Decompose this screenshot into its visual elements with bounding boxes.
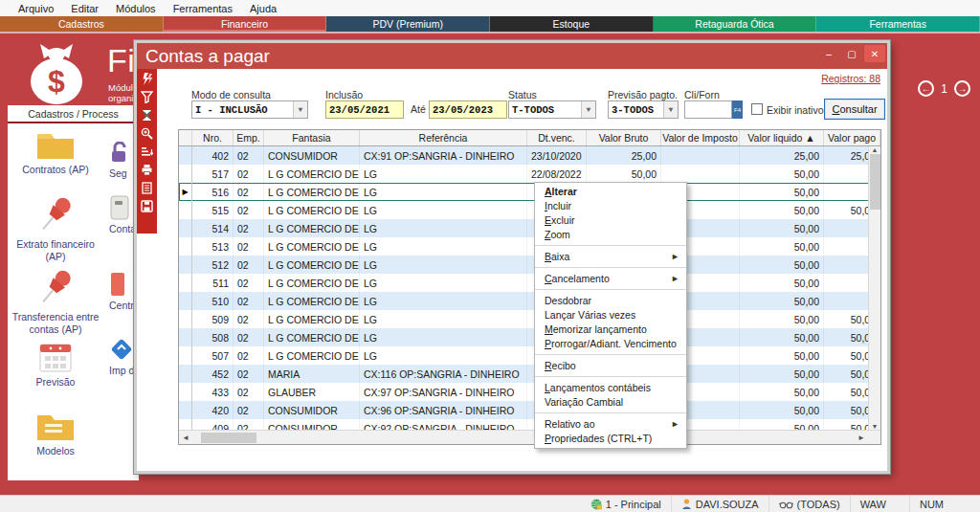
scroll-down-icon[interactable]: ▼ — [872, 423, 879, 430]
pager-prev-button[interactable]: ← — [918, 80, 934, 97]
cell-nro: 402 — [192, 146, 234, 165]
sidebar-item-contratos[interactable]: Contratos (AP) — [8, 128, 103, 176]
table-row[interactable]: 517 02 L G COMERCIO DE LENT LG 22/08/202… — [179, 165, 880, 183]
exibir-inativos-checkbox[interactable] — [751, 103, 763, 115]
table-row[interactable]: 515 02 L G COMERCIO DE LENT LG 50,00 50,… — [179, 201, 880, 219]
pager-next-button[interactable]: → — [954, 80, 970, 97]
hourglass-icon[interactable] — [141, 109, 153, 122]
vertical-scrollbar[interactable]: ▲ ▼ — [868, 146, 880, 430]
previsao-pagto-select[interactable]: 3-TODOS ▼ — [608, 100, 679, 119]
sidebar-item-modelos[interactable]: Modelos — [8, 410, 103, 457]
vscroll-thumb[interactable] — [870, 154, 880, 210]
cell-fantasia: CONSUMIDOR — [264, 146, 360, 165]
context-menu-item[interactable]: Relativo ao ► — [535, 417, 686, 432]
cell-referencia: LG — [360, 292, 527, 310]
accounts-payable-grid: Nro.Emp.FantasiaReferênciaDt.venc.Valor … — [178, 129, 881, 445]
context-menu-item[interactable]: Lançar Várias vezes ► — [535, 308, 686, 323]
modo-consulta-select[interactable]: I - INCLUSÃO ▼ — [191, 100, 308, 119]
grid-column-header[interactable]: Valor pago — [824, 130, 880, 145]
module-tab[interactable]: Estoque — [490, 16, 654, 32]
inclusao-from-field[interactable]: 23/05/2021 — [325, 100, 404, 119]
submenu-arrow-icon: ► — [671, 250, 679, 264]
context-menu-item[interactable]: Baixa ► — [535, 250, 686, 268]
sidebar-tab-header[interactable]: Cadastros / Process — [8, 105, 139, 123]
context-menu-item[interactable]: Desdobrar ► — [535, 294, 686, 308]
table-row[interactable]: 452 02 MARIA CX:116 OP:SANGRIA - DINHEIR… — [179, 365, 880, 383]
cli-forn-input[interactable] — [684, 100, 732, 119]
context-menu-item[interactable]: Lançamentos contábeis ► — [535, 381, 686, 395]
menubar-item[interactable]: Arquivo — [10, 3, 62, 14]
filter-icon[interactable] — [141, 91, 153, 103]
row-marker — [179, 310, 192, 328]
module-tab[interactable]: PDV (Premium) — [326, 16, 490, 32]
records-count-link[interactable]: Registros: 88 — [821, 73, 880, 84]
context-menu-item[interactable]: Memorizar lançamento ► — [535, 323, 686, 337]
table-row[interactable]: 512 02 L G COMERCIO DE LENT LG 50,00 — [179, 256, 880, 274]
context-menu-item[interactable]: Incluir ► — [535, 199, 686, 213]
grid-column-header[interactable]: Valor Bruto — [587, 130, 661, 145]
inclusao-to-field[interactable]: 23/05/2023 — [429, 100, 507, 119]
table-row[interactable]: 510 02 L G COMERCIO DE LENT LG 50,00 — [179, 292, 880, 310]
table-row[interactable]: 420 02 CONSUMIDOR CX:96 OP:SANGRIA - DIN… — [179, 401, 880, 419]
context-menu-item[interactable]: Cancelamento ► — [535, 272, 686, 290]
context-menu-item[interactable]: Alterar ► — [535, 185, 686, 199]
horizontal-scrollbar[interactable]: ◄ ► — [179, 430, 880, 444]
context-menu-item[interactable]: Variação Cambial ► — [535, 395, 686, 413]
context-menu-item[interactable]: Excluir ► — [535, 213, 686, 228]
status-select[interactable]: T-TODOS ▼ — [508, 100, 596, 119]
minimize-button[interactable]: – — [818, 45, 839, 62]
context-menu-item[interactable]: Recibo ► — [535, 359, 686, 377]
table-row[interactable]: ▶ 516 02 L G COMERCIO DE LENT LG 50,00 — [179, 183, 880, 201]
cell-referencia: CX:91 OP:SANGRIA - DINHEIRO — [360, 146, 527, 165]
table-row[interactable]: 508 02 L G COMERCIO DE LENT LG 50,00 50,… — [179, 328, 880, 346]
close-button[interactable]: ✕ — [864, 45, 885, 62]
table-row[interactable]: 511 02 L G COMERCIO DE LENT LG 50,00 — [179, 274, 880, 292]
scroll-up-icon[interactable]: ▲ — [872, 146, 879, 153]
sort-icon[interactable] — [141, 145, 153, 158]
grid-column-header[interactable]: Emp. — [234, 130, 264, 145]
grid-column-header[interactable]: Referência — [360, 130, 527, 145]
table-row[interactable]: 507 02 L G COMERCIO DE LENT LG 50,00 50,… — [179, 346, 880, 365]
hscroll-thumb[interactable] — [201, 433, 256, 443]
pushpin-icon — [34, 266, 77, 308]
grid-column-header[interactable]: Dt.venc. — [527, 130, 587, 145]
grid-column-header[interactable]: Fantasia — [264, 130, 360, 145]
grid-column-header[interactable] — [179, 130, 192, 145]
context-menu-item[interactable]: Propriedades (CTRL+T) ► — [535, 432, 686, 446]
table-row[interactable]: 402 02 CONSUMIDOR CX:91 OP:SANGRIA - DIN… — [179, 146, 880, 165]
cell-valor-liquido: 50,00 — [740, 183, 824, 201]
maximize-button[interactable]: ▢ — [841, 45, 862, 62]
cell-nro: 509 — [192, 310, 234, 328]
table-row[interactable]: 433 02 GLAUBER CX:97 OP:SANGRIA - DINHEI… — [179, 383, 880, 401]
lookup-button[interactable]: F4 — [732, 100, 743, 119]
context-menu-item[interactable]: Prorrogar/Adiant. Vencimento ► — [535, 337, 686, 355]
window-titlebar[interactable]: Contas a pagar – ▢ ✕ — [137, 43, 887, 69]
grid-column-header[interactable]: Valor liquido ▲ — [740, 130, 824, 145]
menubar-item[interactable]: Ferramentas — [165, 3, 241, 14]
context-menu-item[interactable]: Zoom ► — [535, 228, 686, 246]
module-tab[interactable]: Financeiro — [164, 16, 327, 32]
menubar-item[interactable]: Módulos — [107, 3, 165, 14]
table-row[interactable]: 514 02 L G COMERCIO DE LENT LG 50,00 — [179, 219, 880, 237]
chevron-down-icon: ▼ — [581, 101, 595, 118]
scroll-right-icon[interactable]: ► — [858, 434, 865, 442]
sidebar-item-extrato[interactable]: Extrato financeiro (AP) — [8, 193, 103, 262]
table-row[interactable]: 513 02 L G COMERCIO DE LENT LG 50,00 — [179, 237, 880, 256]
grid-column-header[interactable]: Valor de Imposto — [661, 130, 740, 145]
module-tab[interactable]: Cadastros — [0, 16, 164, 32]
save-icon[interactable] — [141, 200, 153, 212]
grid-column-header[interactable]: Nro. — [192, 130, 234, 145]
sidebar-item-transferencia[interactable]: Transferencia entre contas (AP) — [8, 266, 103, 335]
report-icon[interactable] — [141, 182, 153, 194]
print-icon[interactable] — [141, 164, 153, 176]
module-tab[interactable]: Retaguarda Ótica — [654, 16, 817, 32]
table-row[interactable]: 509 02 L G COMERCIO DE LENT LG 50,00 50,… — [179, 310, 880, 328]
menubar-item[interactable]: Ajuda — [241, 3, 285, 14]
scroll-left-icon[interactable]: ◄ — [182, 434, 189, 442]
consultar-button[interactable]: Consultar — [824, 99, 885, 120]
refresh-icon[interactable] — [141, 73, 153, 85]
menubar-item[interactable]: Editar — [62, 3, 107, 14]
sidebar-item-previsao[interactable]: Previsão — [8, 341, 103, 389]
module-tab[interactable]: Ferramentas — [816, 16, 980, 32]
zoom-in-icon[interactable] — [141, 127, 153, 140]
